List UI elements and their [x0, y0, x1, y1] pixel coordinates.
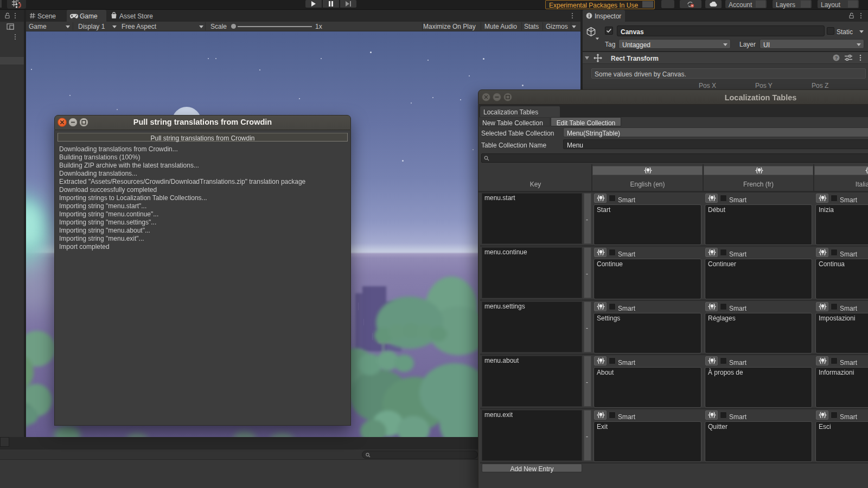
svg-text:?: ?	[835, 55, 838, 61]
